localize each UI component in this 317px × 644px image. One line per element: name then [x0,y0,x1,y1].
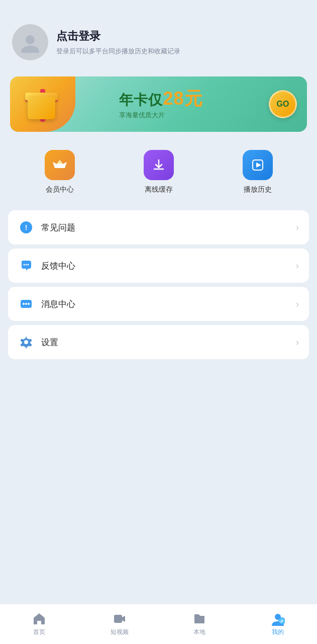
svg-point-0 [26,35,35,44]
chevron-right-icon: › [296,261,299,271]
history-icon [243,150,273,180]
chevron-right-icon: › [296,222,299,233]
svg-marker-16 [122,616,125,622]
svg-point-12 [25,303,27,305]
banner-decoration [10,76,75,132]
chevron-right-icon: › [296,337,299,348]
bottom-navigation: 首页 短视频 本地 ✓ 我的 [0,604,317,644]
profile-subtitle: 登录后可以多平台同步播放历史和收藏记录 [56,47,180,56]
profile-section[interactable]: 点击登录 登录后可以多平台同步播放历史和收藏记录 [0,0,317,72]
banner-text: 年卡仅28元 享海量优质大片 [119,89,202,120]
menu-list: ! 常见问题 › 反馈中心 › 消息中心 › [0,210,317,359]
settings-menu-item[interactable]: 设置 › [8,325,309,359]
message-icon [18,296,34,312]
banner-sub-text: 享海量优质大片 [119,111,165,120]
download-icon [144,150,174,180]
gift-box-icon [25,87,60,122]
banner-main-text: 年卡仅28元 [119,89,202,109]
vip-center-label: 会员中心 [46,185,74,194]
nav-my[interactable]: ✓ 我的 [261,608,295,640]
promo-banner[interactable]: 年卡仅28元 享海量优质大片 GO [10,76,307,132]
home-icon [32,612,46,626]
avatar[interactable] [12,24,48,60]
local-icon [192,612,206,626]
feedback-label: 反馈中心 [41,260,289,272]
faq-icon: ! [18,219,34,235]
offline-cache-label: 离线缓存 [145,185,173,194]
svg-point-8 [26,264,27,266]
svg-point-13 [28,303,30,305]
message-menu-item[interactable]: 消息中心 › [8,287,309,321]
chevron-right-icon: › [296,299,299,309]
nav-short-video-label: 短视频 [111,628,129,636]
nav-short-video[interactable]: 短视频 [100,608,139,640]
play-history-button[interactable]: 播放历史 [243,150,273,194]
banner-go-label: GO [277,100,289,109]
faq-label: 常见问题 [41,222,289,233]
feedback-menu-item[interactable]: 反馈中心 › [8,249,309,283]
svg-point-7 [24,264,25,266]
nav-local[interactable]: 本地 [182,608,217,640]
svg-point-11 [23,303,25,305]
svg-text:!: ! [25,223,28,231]
feedback-icon [18,258,34,274]
play-history-label: 播放历史 [244,185,272,194]
svg-rect-15 [114,615,122,623]
vip-center-button[interactable]: 会员中心 [45,150,75,194]
settings-label: 设置 [41,337,289,348]
profile-title: 点击登录 [56,29,180,44]
offline-cache-button[interactable]: 离线缓存 [144,150,174,194]
banner-go-button[interactable]: GO [269,90,297,118]
faq-menu-item[interactable]: ! 常见问题 › [8,210,309,245]
settings-icon [18,334,34,350]
my-icon: ✓ [271,612,285,626]
vip-icon [45,150,75,180]
nav-local-label: 本地 [193,628,205,636]
svg-point-14 [24,340,28,344]
svg-point-9 [28,264,29,266]
nav-home-label: 首页 [33,628,45,636]
video-icon [113,612,127,626]
nav-my-label: 我的 [272,628,284,636]
profile-info: 点击登录 登录后可以多平台同步播放历史和收藏记录 [56,29,180,56]
message-label: 消息中心 [41,298,289,310]
quick-actions-bar: 会员中心 离线缓存 播放历史 [0,142,317,206]
nav-home[interactable]: 首页 [22,608,56,640]
svg-marker-4 [256,163,261,168]
svg-text:✓: ✓ [280,619,284,624]
